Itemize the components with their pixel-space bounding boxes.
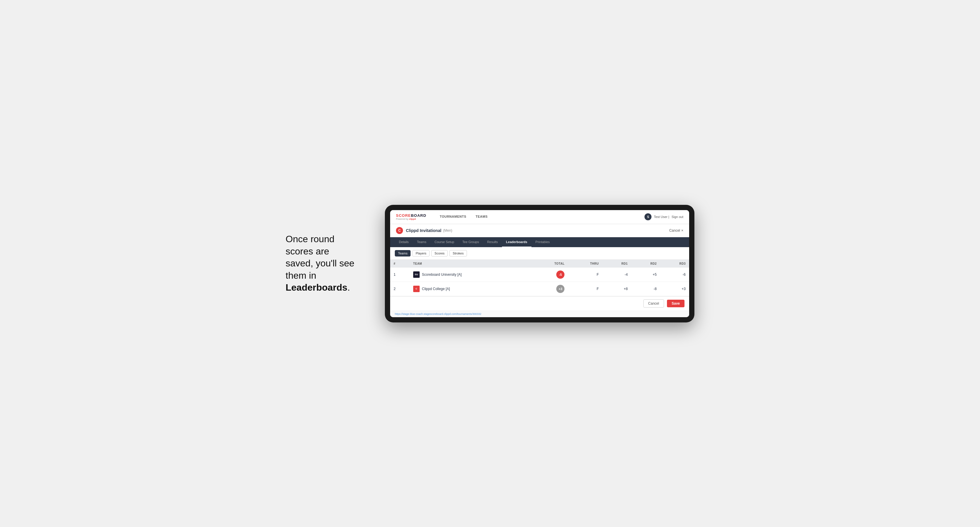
desc-line2: scores are: [286, 246, 329, 257]
tab-leaderboards[interactable]: Leaderboards: [502, 237, 531, 247]
tournament-title: Clippd Invitational: [406, 228, 441, 233]
thru-cell: F: [568, 282, 602, 296]
sign-out-link[interactable]: Sign out: [671, 215, 683, 219]
nav-links: TOURNAMENTS TEAMS: [435, 210, 644, 224]
desc-line5-bold: Leaderboards: [286, 282, 347, 293]
team-logo: C: [413, 286, 420, 292]
tablet-screen: SCOREBOARD Powered by clippd TOURNAMENTS…: [390, 210, 689, 317]
url-bar: https://stage-blue-coach.stagescoreboard…: [390, 311, 689, 317]
cancel-label: Cancel: [669, 229, 680, 233]
filter-strokes[interactable]: Strokes: [449, 250, 467, 257]
table-row: 2 C Clippd College [A] +3: [390, 282, 689, 296]
col-thru: THRU: [568, 260, 602, 268]
filter-scores[interactable]: Scores: [431, 250, 448, 257]
cancel-button-bottom[interactable]: Cancel: [643, 299, 664, 308]
leaderboard-table-container: # TEAM TOTAL THRU RD1 RD2 RD3: [390, 260, 689, 296]
desc-line4: them in: [286, 270, 316, 281]
col-rd3: RD3: [660, 260, 689, 268]
tab-bar: Details Teams Course Setup Tee Groups Re…: [390, 237, 689, 247]
rank-cell: 2: [390, 282, 410, 296]
table-row: 1 SU Scoreboard University [A] -5: [390, 268, 689, 282]
desc-line1: Once round: [286, 234, 334, 244]
tournament-header: C Clippd Invitational (Men) Cancel ×: [390, 224, 689, 237]
nav-right: S Test User | Sign out: [644, 213, 683, 220]
table-header-row: # TEAM TOTAL THRU RD1 RD2 RD3: [390, 260, 689, 268]
col-rank: #: [390, 260, 410, 268]
rank-cell: 1: [390, 268, 410, 282]
tournament-icon: C: [396, 227, 403, 234]
tab-results[interactable]: Results: [483, 237, 502, 247]
filter-teams[interactable]: Teams: [395, 250, 410, 257]
brand-name: clippd: [409, 218, 416, 220]
tablet-device: SCOREBOARD Powered by clippd TOURNAMENTS…: [385, 205, 694, 322]
team-cell: SU Scoreboard University [A]: [410, 268, 531, 282]
rd3-cell: -6: [660, 268, 689, 282]
content-area: Teams Players Scores Strokes # TEAM TOTA…: [390, 247, 689, 317]
cancel-button-top[interactable]: Cancel ×: [669, 229, 683, 233]
rd1-cell: +8: [602, 282, 631, 296]
team-name: Scoreboard University [A]: [422, 273, 462, 277]
save-button[interactable]: Save: [667, 300, 684, 307]
filter-bar: Teams Players Scores Strokes: [390, 247, 689, 260]
rd2-cell: -8: [632, 282, 660, 296]
tab-tee-groups[interactable]: Tee Groups: [458, 237, 483, 247]
close-icon: ×: [681, 229, 683, 233]
col-rd2: RD2: [632, 260, 660, 268]
app-logo: SCOREBOARD: [396, 213, 426, 218]
user-name: Test User |: [654, 215, 669, 219]
total-cell: -5: [531, 268, 568, 282]
total-cell: +3: [531, 282, 568, 296]
team-cell: C Clippd College [A]: [410, 282, 531, 296]
logo-area: SCOREBOARD Powered by clippd: [396, 213, 426, 220]
thru-cell: F: [568, 268, 602, 282]
tab-printables[interactable]: Printables: [531, 237, 554, 247]
score-badge: +3: [556, 285, 565, 293]
leaderboard-table: # TEAM TOTAL THRU RD1 RD2 RD3: [390, 260, 689, 296]
nav-teams[interactable]: TEAMS: [471, 210, 492, 224]
col-rd1: RD1: [602, 260, 631, 268]
score-badge: -5: [556, 270, 565, 279]
page-wrapper: Once round scores are saved, you'll see …: [286, 205, 694, 322]
col-team: TEAM: [410, 260, 531, 268]
left-description: Once round scores are saved, you'll see …: [286, 233, 368, 294]
nav-tournaments[interactable]: TOURNAMENTS: [435, 210, 471, 224]
tab-course-setup[interactable]: Course Setup: [430, 237, 458, 247]
bottom-footer: Cancel Save: [390, 296, 689, 311]
filter-players[interactable]: Players: [412, 250, 430, 257]
powered-by: Powered by clippd: [396, 218, 426, 220]
team-logo: SU: [413, 271, 420, 278]
top-nav: SCOREBOARD Powered by clippd TOURNAMENTS…: [390, 210, 689, 224]
tournament-subtitle: (Men): [443, 229, 452, 233]
rd1-cell: -4: [602, 268, 631, 282]
desc-line3: saved, you'll see: [286, 258, 355, 268]
tab-details[interactable]: Details: [395, 237, 413, 247]
tab-teams[interactable]: Teams: [413, 237, 430, 247]
col-total: TOTAL: [531, 260, 568, 268]
rd2-cell: +5: [632, 268, 660, 282]
desc-period: .: [347, 282, 350, 293]
team-name: Clippd College [A]: [422, 287, 450, 291]
rd3-cell: +3: [660, 282, 689, 296]
user-avatar: S: [644, 213, 651, 220]
